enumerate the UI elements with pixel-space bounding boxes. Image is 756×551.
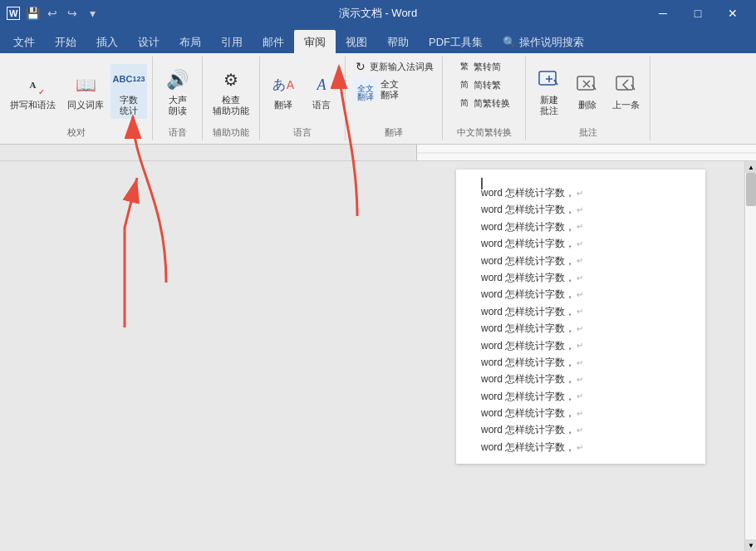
btn-jian-to-fan[interactable]: 简 简转繁 — [454, 76, 504, 93]
language-icon: A — [308, 71, 335, 98]
doc-line-1: word 怎样统计字数，↵ — [481, 184, 689, 201]
btn-full-translate[interactable]: 全文 翻译 全文翻译 — [351, 76, 402, 103]
minimize-btn[interactable]: ─ — [646, 2, 680, 25]
tab-home[interactable]: 开始 — [45, 30, 86, 53]
delete-comment-icon — [574, 71, 601, 98]
tab-references[interactable]: 引用 — [211, 30, 253, 53]
btn-new-comment-label: 新建批注 — [540, 95, 558, 116]
group-accessibility-content: ⚙ 检查辅助功能 — [208, 58, 254, 125]
btn-spelling-label: 拼写和语法 — [10, 100, 56, 111]
tab-design[interactable]: 设计 — [128, 30, 169, 53]
doc-line-13: word 怎样统计字数，↵ — [481, 388, 689, 405]
btn-translate-label: 翻译 — [274, 100, 292, 111]
scroll-track[interactable] — [745, 173, 756, 539]
svg-text:W: W — [9, 8, 18, 18]
svg-text:翻译: 翻译 — [357, 92, 374, 101]
btn-language-label: 语言 — [312, 100, 331, 111]
doc-line-8: word 怎样统计字数，↵ — [481, 303, 689, 320]
ruler-main — [417, 145, 756, 160]
thesaurus-icon: 📖 — [72, 71, 99, 98]
btn-fan-to-jian[interactable]: 繁 繁转简 — [454, 58, 504, 75]
tab-file[interactable]: 文件 — [3, 30, 45, 53]
fan-to-jian-icon: 繁 — [458, 60, 471, 73]
tab-pdf[interactable]: PDF工具集 — [419, 30, 493, 53]
update-dict-icon: ↻ — [354, 60, 367, 73]
group-yuyin: 🔊 大声朗读 语音 — [153, 57, 203, 140]
doc-line-14: word 怎样统计字数，↵ — [481, 405, 689, 421]
close-btn[interactable]: ✕ — [716, 2, 749, 25]
doc-line-12: word 怎样统计字数，↵ — [481, 371, 689, 387]
tab-view[interactable]: 视图 — [336, 30, 377, 53]
group-fanyi-label: 翻译 — [385, 125, 403, 140]
btn-thesaurus[interactable]: 📖 同义词库 — [62, 69, 109, 113]
group-yuyin-label: 语音 — [169, 125, 187, 140]
ruler-area — [0, 145, 756, 161]
group-accessibility: ⚙ 检查辅助功能 辅助功能 — [203, 57, 260, 140]
tab-mailings[interactable]: 邮件 — [253, 30, 294, 53]
wordcount-icon: ABC123 — [115, 66, 142, 93]
search-icon: 🔍 — [503, 36, 516, 48]
prev-comment-icon — [613, 71, 640, 98]
btn-update-dict[interactable]: ↻ 更新输入法词典 — [351, 58, 437, 75]
btn-read-aloud[interactable]: 🔊 大声朗读 — [160, 64, 196, 119]
doc-line-4: word 怎样统计字数，↵ — [481, 235, 689, 252]
btn-spelling[interactable]: A ✓ 拼写和语法 — [5, 69, 61, 113]
redo-quick-btn[interactable]: ↪ — [65, 6, 80, 21]
jian-to-fan-icon: 简 — [458, 78, 471, 91]
btn-wordcount[interactable]: ABC123 字数统计 — [110, 64, 147, 119]
group-language-label: 语言 — [293, 125, 312, 140]
doc-line-16: word 怎样统计字数，↵ — [481, 439, 689, 455]
doc-line-7: word 怎样统计字数，↵ — [481, 286, 689, 303]
doc-line-6: word 怎样统计字数，↵ — [481, 269, 689, 286]
btn-fan-to-jian-label: 繁转简 — [474, 61, 501, 73]
doc-line-15: word 怎样统计字数，↵ — [481, 421, 689, 438]
window-controls: ─ □ ✕ — [646, 2, 749, 25]
btn-thesaurus-label: 同义词库 — [67, 100, 104, 111]
scroll-up-btn[interactable]: ▲ — [745, 161, 756, 173]
btn-check-accessibility-label: 检查辅助功能 — [213, 95, 249, 116]
btn-read-aloud-label: 大声朗读 — [169, 95, 187, 116]
accessibility-icon: ⚙ — [218, 66, 244, 93]
scroll-down-btn[interactable]: ▼ — [745, 539, 756, 551]
translate-icon: あ A — [270, 71, 297, 98]
undo-quick-btn[interactable]: ↩ — [45, 6, 60, 21]
doc-page: word 怎样统计字数，↵ word 怎样统计字数，↵ word 怎样统计字数，… — [456, 170, 705, 464]
title-text: 演示文档 - Word — [339, 6, 417, 21]
word-icon: W — [7, 7, 20, 20]
tab-help[interactable]: 帮助 — [377, 30, 419, 53]
btn-jian-to-fan-label: 简转繁 — [474, 79, 501, 91]
btn-prev-comment-label: 上一条 — [612, 100, 640, 111]
group-comment: 新建批注 删除 — [526, 57, 650, 140]
left-panel — [0, 161, 417, 551]
group-yuyin-content: 🔊 大声朗读 — [160, 58, 196, 125]
group-zhongwen-label: 中文简繁转换 — [457, 125, 512, 140]
tab-insert[interactable]: 插入 — [86, 30, 128, 53]
tab-search[interactable]: 🔍操作说明搜索 — [493, 30, 594, 53]
save-quick-btn[interactable]: 💾 — [25, 6, 40, 21]
doc-line-3: word 怎样统计字数，↵ — [481, 219, 689, 235]
btn-delete-comment-label: 删除 — [578, 100, 596, 111]
scroll-thumb[interactable] — [746, 173, 756, 206]
group-language-content: あ A 翻译 A 语言 — [265, 58, 340, 125]
more-quick-btn[interactable]: ▾ — [85, 6, 100, 21]
maximize-btn[interactable]: □ — [681, 2, 714, 25]
document-area: word 怎样统计字数，↵ word 怎样统计字数，↵ word 怎样统计字数，… — [417, 161, 744, 551]
group-jiaozheng-content: A ✓ 拼写和语法 📖 同义词库 ABC123 字数统计 — [5, 58, 147, 125]
doc-line-11: word 怎样统计字数，↵ — [481, 354, 689, 371]
group-fanyi: ↻ 更新输入法词典 全文 翻译 全文翻译 翻译 — [346, 57, 443, 140]
group-fanyi-content: ↻ 更新输入法词典 全文 翻译 全文翻译 — [351, 58, 437, 125]
group-comment-label: 批注 — [579, 125, 597, 140]
tab-review[interactable]: 审阅 — [294, 30, 336, 53]
btn-new-comment[interactable]: 新建批注 — [531, 64, 567, 119]
btn-check-accessibility[interactable]: ⚙ 检查辅助功能 — [208, 64, 254, 119]
btn-delete-comment[interactable]: 删除 — [569, 69, 606, 113]
btn-jian-fan-label: 简繁转换 — [474, 97, 510, 110]
svg-rect-5 — [539, 71, 556, 85]
btn-prev-comment[interactable]: 上一条 — [607, 69, 645, 113]
group-comment-content: 新建批注 删除 — [531, 58, 645, 125]
btn-jian-fan-convert[interactable]: 简 简繁转换 — [454, 95, 513, 111]
btn-language[interactable]: A 语言 — [303, 69, 340, 113]
btn-wordcount-label: 字数统计 — [120, 95, 138, 116]
btn-translate[interactable]: あ A 翻译 — [265, 69, 302, 113]
tab-layout[interactable]: 布局 — [169, 30, 211, 53]
